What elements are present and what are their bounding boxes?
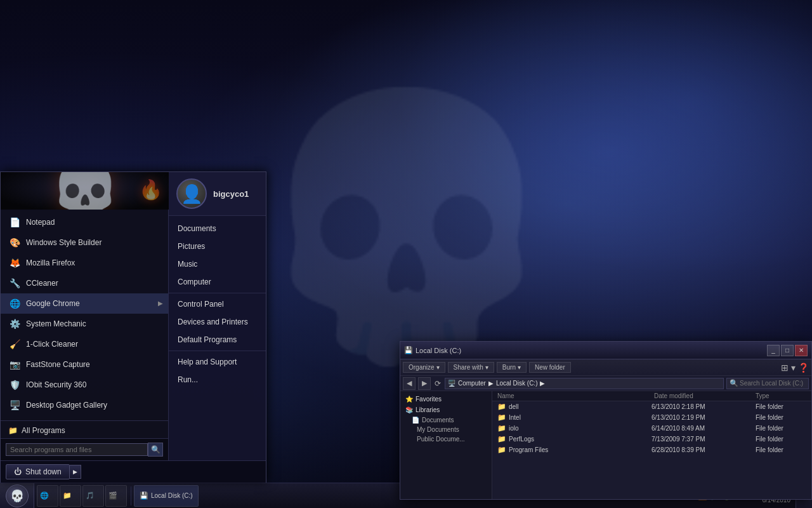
start-item-faststone[interactable]: 📷 FastStone Capture: [1, 354, 168, 375]
back-button[interactable]: ◀: [403, 377, 416, 390]
control-panel-label: Control Panel: [178, 300, 224, 309]
default-programs-label: Default Programs: [178, 335, 237, 344]
file-row[interactable]: 📁 dell 6/13/2010 2:18 PM File folder: [492, 401, 811, 412]
forward-button[interactable]: ▶: [418, 377, 431, 390]
documents-folder-icon: 📄: [412, 417, 419, 424]
explorer-search-input[interactable]: [740, 380, 812, 387]
close-button[interactable]: ✕: [795, 345, 808, 356]
taskbar-media-icon[interactable]: 🎵: [82, 485, 104, 507]
documents-label: Documents: [178, 224, 216, 233]
file-name-intel: 📁 Intel: [497, 413, 649, 422]
share-arrow: ▾: [485, 364, 488, 371]
music-label: Music: [178, 260, 197, 269]
search-icon: 🔍: [730, 379, 738, 387]
view-options[interactable]: ⊞ ▾: [781, 363, 796, 373]
window-titlebar: 💾 Local Disk (C:) _ □ ✕: [400, 342, 811, 359]
iobit-icon: 🛡️: [8, 378, 21, 391]
username-label: bigcyco1: [213, 189, 249, 199]
right-item-controlpanel[interactable]: Control Panel: [169, 295, 266, 313]
right-item-devices[interactable]: Devices and Printers: [169, 313, 266, 331]
share-button[interactable]: Share with ▾: [448, 362, 494, 373]
explorer-taskbar-label: Local Disk (C:): [151, 492, 193, 499]
right-item-documents[interactable]: Documents: [169, 220, 266, 237]
addr-sep2: ▶: [540, 380, 545, 387]
address-bar: ◀ ▶ ⟳ 🖥️ Computer ▶ Local Disk (C:) ▶ 🔍: [400, 376, 811, 391]
folder-icon-programfiles: 📁: [497, 446, 506, 454]
file-type-iolo: File folder: [756, 425, 806, 432]
window-toolbar: Organize ▾ Share with ▾ Burn ▾ New folde…: [400, 359, 811, 376]
start-item-ccleaner[interactable]: 🔧 CCleaner: [1, 273, 168, 293]
cleaner-label: 1-Click Cleaner: [26, 340, 78, 349]
wsb-icon: 🎨: [8, 236, 21, 249]
search-button[interactable]: 🔍: [148, 443, 163, 457]
ccleaner-icon: 🔧: [8, 277, 21, 290]
start-item-firefox[interactable]: 🦊 Mozilla Firefox: [1, 253, 168, 273]
explorer-search-box: 🔍: [726, 378, 809, 389]
all-programs-item[interactable]: 📁 All Programs: [1, 423, 168, 438]
start-search-bar: 🔍: [1, 438, 168, 460]
maximize-button[interactable]: □: [781, 345, 794, 356]
folder-icon-dell: 📁: [497, 403, 506, 411]
firefox-label: Mozilla Firefox: [26, 258, 75, 267]
faststone-label: FastStone Capture: [26, 360, 90, 369]
shutdown-arrow-button[interactable]: ▶: [70, 465, 81, 479]
faststone-icon: 📷: [8, 358, 21, 371]
window-icon: 💾: [404, 346, 413, 354]
file-label-iolo: iolo: [509, 425, 519, 432]
taskbar-divider: [131, 486, 131, 505]
taskbar-ie-icon[interactable]: 🌐: [37, 485, 58, 507]
file-row[interactable]: 📁 iolo 6/14/2010 8:49 AM File folder: [492, 423, 811, 434]
right-item-default-programs[interactable]: Default Programs: [169, 331, 266, 349]
help-icon[interactable]: ❓: [798, 363, 809, 373]
refresh-button[interactable]: ⟳: [433, 379, 442, 388]
wsb-label: Windows Style Builder: [26, 238, 102, 247]
taskbar-film-icon[interactable]: 🎬: [105, 485, 127, 507]
power-icon: ⏻: [14, 467, 22, 476]
taskbar-explorer-item[interactable]: 💾 Local Disk (C:): [134, 485, 199, 507]
nav-publicdocs-label: Public Docume...: [417, 436, 465, 443]
folder-icon-perflogs: 📁: [497, 435, 506, 443]
right-item-music[interactable]: Music: [169, 255, 266, 273]
right-item-run[interactable]: Run...: [169, 371, 266, 389]
search-input[interactable]: [6, 443, 148, 456]
notepad-icon: 📄: [8, 216, 21, 229]
start-item-sysmech[interactable]: ⚙️ System Mechanic: [1, 314, 168, 334]
file-row[interactable]: 📁 PerfLogs 7/13/2009 7:37 PM File folder: [492, 434, 811, 444]
addr-computer: Computer: [458, 380, 486, 387]
nav-favorites[interactable]: ⭐ Favorites: [400, 394, 492, 404]
start-item-wsb[interactable]: 🎨 Windows Style Builder: [1, 232, 168, 253]
start-button[interactable]: 💀: [0, 483, 34, 509]
right-item-computer[interactable]: Computer: [169, 273, 266, 291]
start-item-gadget[interactable]: 🖥️ Desktop Gadget Gallery: [1, 395, 168, 415]
organize-button[interactable]: Organize ▾: [403, 362, 445, 373]
start-menu-bottom: ⏻ Shut down ▶: [1, 460, 266, 483]
shutdown-button[interactable]: ⏻ Shut down: [6, 464, 70, 479]
start-item-chrome[interactable]: 🌐 Google Chrome ▶: [1, 293, 168, 314]
start-item-iobit[interactable]: 🛡️ IObit Security 360: [1, 375, 168, 395]
file-name-perflogs: 📁 PerfLogs: [497, 435, 649, 443]
file-date-perflogs: 7/13/2009 7:37 PM: [652, 436, 753, 443]
start-skull-icon: 💀: [10, 489, 24, 503]
file-row[interactable]: 📁 Intel 6/13/2010 2:19 PM File folder: [492, 412, 811, 423]
start-item-notepad[interactable]: 📄 Notepad: [1, 212, 168, 232]
right-divider-2: [169, 351, 266, 351]
minimize-button[interactable]: _: [767, 345, 780, 356]
burn-arrow: ▾: [518, 364, 521, 371]
start-menu: 💀 🔥 📄 Notepad 🎨 Windows Style Builder 🦊 …: [0, 171, 266, 483]
right-item-help[interactable]: Help and Support: [169, 353, 266, 371]
file-row[interactable]: 📁 Program Files 6/28/2010 8:39 PM File f…: [492, 444, 811, 455]
taskbar-folder-icon[interactable]: 📁: [60, 485, 81, 507]
address-path[interactable]: 🖥️ Computer ▶ Local Disk (C:) ▶: [445, 378, 724, 389]
skull-art: 💀: [49, 172, 121, 210]
start-item-1click[interactable]: 🧹 1-Click Cleaner: [1, 334, 168, 354]
burn-button[interactable]: Burn ▾: [497, 362, 527, 373]
right-item-pictures[interactable]: Pictures: [169, 237, 266, 255]
nav-my-documents[interactable]: My Documents: [400, 425, 492, 434]
new-folder-button[interactable]: New folder: [529, 362, 571, 373]
user-area: 👤 bigcyco1: [169, 172, 266, 216]
nav-libraries[interactable]: 📚 Libraries: [400, 404, 492, 415]
pictures-label: Pictures: [178, 242, 205, 251]
iobit-label: IObit Security 360: [26, 380, 86, 389]
nav-documents[interactable]: 📄 Documents: [400, 415, 492, 425]
nav-public-docs[interactable]: Public Docume...: [400, 434, 492, 444]
